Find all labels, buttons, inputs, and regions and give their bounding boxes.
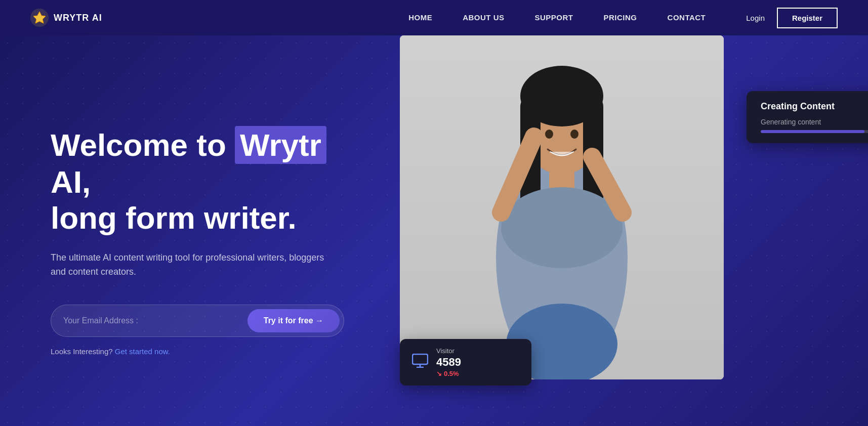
progress-bar-background xyxy=(761,130,868,133)
svg-point-8 xyxy=(501,187,623,268)
svg-point-13 xyxy=(570,130,578,139)
monitor-icon xyxy=(412,354,428,371)
hero-right: Creating Content Generating content 84% … xyxy=(380,35,868,426)
change-arrow-icon: ↘ xyxy=(436,370,442,377)
progress-bar-fill xyxy=(761,130,864,133)
hero-title: Welcome to Wrytr AI, long form writer. xyxy=(51,126,349,236)
looks-interesting-text: Looks Interesting? Get started now. xyxy=(51,347,349,356)
hero-image xyxy=(400,35,724,379)
visitor-info: Visitor 4589 ↘ 0.5% xyxy=(436,347,461,377)
hero-title-highlight: Wrytr xyxy=(235,126,326,164)
hero-section: Welcome to Wrytr AI, long form writer. T… xyxy=(0,35,868,426)
hero-title-part2: AI, xyxy=(51,164,91,199)
logo-icon xyxy=(30,9,49,27)
get-started-link[interactable]: Get started now. xyxy=(115,347,170,356)
email-input[interactable] xyxy=(63,312,247,329)
hero-left: Welcome to Wrytr AI, long form writer. T… xyxy=(0,35,380,426)
nav-home[interactable]: HOME xyxy=(408,13,432,22)
email-form: Try it for free → xyxy=(51,305,344,337)
visitor-count: 4589 xyxy=(436,356,461,369)
visitor-change: ↘ 0.5% xyxy=(436,370,461,377)
hero-subtitle: The ultimate AI content writing tool for… xyxy=(51,250,334,280)
content-card-row: Generating content 84% xyxy=(761,118,868,126)
svg-rect-14 xyxy=(412,354,428,364)
logo[interactable]: WRYTR AI xyxy=(30,9,102,27)
login-button[interactable]: Login xyxy=(746,14,765,22)
person-background xyxy=(400,35,724,379)
try-free-button[interactable]: Try it for free → xyxy=(247,309,340,332)
person-illustration xyxy=(456,46,668,379)
creating-content-card: Creating Content Generating content 84% xyxy=(747,91,868,143)
nav-auth: Login Register xyxy=(746,8,838,28)
nav-links: HOME ABOUT US SUPPORT PRICING CONTACT xyxy=(408,13,706,22)
visitor-card: Visitor 4589 ↘ 0.5% xyxy=(400,339,531,386)
content-card-label: Generating content xyxy=(761,118,821,126)
logo-text: WRYTR AI xyxy=(54,13,102,23)
nav-pricing[interactable]: PRICING xyxy=(604,13,637,22)
hero-title-part1: Welcome to xyxy=(51,127,235,162)
nav-about[interactable]: ABOUT US xyxy=(463,13,504,22)
hero-title-line2: long form writer. xyxy=(51,200,297,235)
svg-point-12 xyxy=(545,130,553,139)
register-button[interactable]: Register xyxy=(777,8,838,28)
nav-support[interactable]: SUPPORT xyxy=(535,13,573,22)
change-value: 0.5% xyxy=(444,370,459,377)
content-card-title: Creating Content xyxy=(761,101,868,112)
nav-contact[interactable]: CONTACT xyxy=(668,13,706,22)
visitor-label: Visitor xyxy=(436,347,461,355)
